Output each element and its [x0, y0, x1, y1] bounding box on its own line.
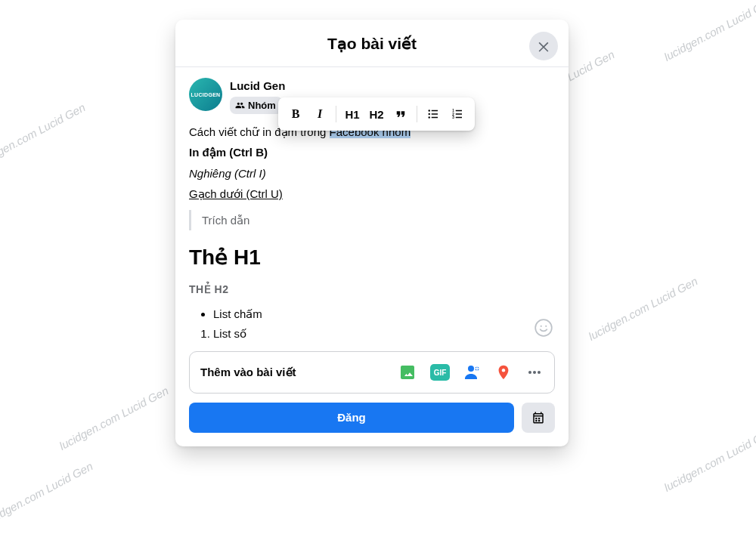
svg-rect-22: [456, 117, 462, 119]
format-bold-button[interactable]: B: [284, 102, 307, 126]
add-to-post-label: Thêm vào bài viết: [200, 366, 296, 379]
audience-label: Nhóm: [248, 100, 276, 111]
toolbar-separator: [417, 106, 417, 122]
svg-point-9: [533, 371, 536, 374]
photo-icon: [398, 363, 417, 381]
tag-people-icon: [463, 363, 482, 381]
format-h2-button[interactable]: H2: [365, 102, 388, 126]
avatar[interactable]: LUCIDGEN: [189, 78, 222, 111]
location-icon: [495, 363, 512, 382]
svg-point-1: [541, 326, 542, 327]
svg-point-13: [429, 116, 430, 118]
editor-line-bold: In đậm (Ctrl B): [189, 144, 555, 161]
format-bullet-list-button[interactable]: [422, 102, 445, 126]
create-post-modal: Tạo bài viết LUCIDGEN Lucid Gen Nhóm Các…: [175, 20, 569, 446]
modal-title: Tạo bài viết: [175, 35, 569, 53]
format-quote-button[interactable]: [389, 102, 412, 126]
editor-number-list: List số: [213, 325, 555, 342]
svg-point-12: [429, 113, 430, 115]
more-button[interactable]: [525, 363, 544, 381]
watermark: lucidgen.com Lucid Gen: [586, 274, 699, 343]
group-icon: [235, 100, 245, 110]
format-toolbar: B I H1 H2 123: [278, 97, 475, 131]
gif-icon: GIF: [430, 364, 450, 381]
photo-video-button[interactable]: [398, 363, 417, 381]
audience-selector[interactable]: Nhóm: [230, 97, 283, 114]
svg-point-8: [528, 371, 531, 374]
post-editor[interactable]: Cách viết chữ in đậm trong Facebook nhóm…: [189, 123, 555, 342]
quote-icon: [394, 107, 407, 121]
list-item: List số: [213, 325, 555, 342]
list-item: List chấm: [213, 305, 555, 323]
svg-rect-20: [456, 110, 462, 112]
svg-point-0: [535, 319, 552, 336]
editor-h2: THẺ H2: [189, 282, 555, 298]
svg-point-5: [468, 366, 474, 372]
svg-rect-15: [432, 113, 438, 115]
author-name[interactable]: Lucid Gen: [230, 78, 285, 92]
svg-point-10: [538, 371, 541, 374]
editor-blockquote: Trích dẫn: [189, 210, 555, 230]
watermark: lucidgen.com Lucid Gen: [0, 100, 88, 169]
format-h1-button[interactable]: H1: [341, 102, 364, 126]
format-number-list-button[interactable]: 123: [446, 102, 469, 126]
emoji-button[interactable]: [534, 318, 553, 341]
editor-line-underline: Gạch dưới (Ctrl U): [189, 185, 555, 202]
bullet-list-icon: [426, 107, 440, 121]
svg-point-2: [545, 326, 547, 327]
modal-footer: Đăng: [175, 403, 569, 446]
calendar-icon: [531, 411, 545, 424]
editor-line-italic: Nghiêng (Ctrl I): [189, 165, 555, 182]
more-icon: [525, 363, 544, 381]
number-list-icon: 123: [451, 107, 464, 121]
gif-button[interactable]: GIF: [430, 364, 450, 381]
svg-rect-21: [456, 113, 462, 115]
add-icons-row: GIF: [398, 363, 544, 382]
tag-people-button[interactable]: [463, 363, 482, 381]
toolbar-separator: [336, 106, 336, 122]
watermark: lucidgen.com Lucid Gen: [57, 384, 170, 452]
format-italic-button[interactable]: I: [308, 102, 331, 126]
post-button[interactable]: Đăng: [189, 403, 514, 433]
svg-text:3: 3: [452, 116, 454, 119]
watermark: lucidgen.com Lucid Gen: [662, 425, 756, 494]
close-button[interactable]: [529, 32, 558, 60]
close-icon: [536, 39, 551, 54]
emoji-icon: [534, 318, 553, 338]
svg-text:GIF: GIF: [434, 369, 447, 377]
svg-rect-16: [432, 117, 438, 119]
add-to-post-bar: Thêm vào bài viết GIF: [189, 351, 555, 394]
editor-h1: Thẻ H1: [189, 241, 555, 273]
location-button[interactable]: [495, 363, 512, 382]
watermark: lucidgen.com Lucid Gen: [0, 459, 95, 528]
editor-bullet-list: List chấm: [213, 305, 555, 323]
schedule-button[interactable]: [522, 403, 555, 433]
svg-point-11: [429, 110, 430, 111]
modal-header: Tạo bài viết: [175, 20, 569, 67]
svg-rect-14: [432, 110, 438, 112]
watermark: lucidgen.com Lucid Gen: [662, 0, 756, 63]
